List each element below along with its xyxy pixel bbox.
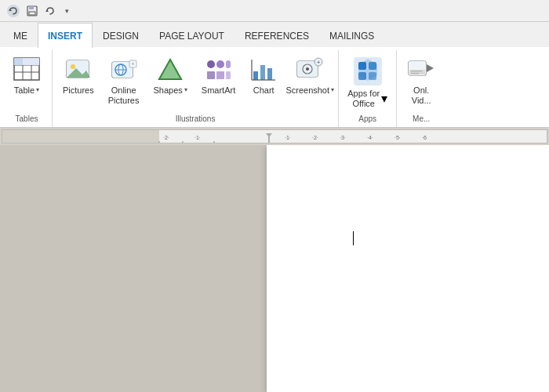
pictures-button-label: Pictures — [63, 85, 94, 96]
table-icon — [13, 56, 41, 84]
svg-rect-35 — [267, 68, 272, 80]
pictures-button[interactable]: Pictures — [57, 52, 100, 100]
tables-group-label: Tables — [16, 113, 38, 125]
screenshot-button-label: Screenshot — [285, 85, 329, 96]
svg-text:·1·: ·1· — [195, 135, 201, 140]
svg-rect-27 — [207, 60, 215, 68]
svg-marker-52 — [427, 64, 434, 72]
text-cursor — [353, 231, 354, 245]
document-page[interactable] — [267, 145, 549, 392]
svg-text:·6: ·6 — [422, 135, 427, 140]
svg-text:+: + — [131, 61, 134, 67]
svg-text:·3·: ·3· — [340, 135, 346, 140]
svg-rect-55 — [411, 73, 419, 74]
tab-design[interactable]: DESIGN — [93, 23, 149, 48]
svg-rect-49 — [369, 72, 376, 80]
tab-references[interactable]: REFERENCES — [235, 23, 319, 48]
svg-rect-29 — [226, 60, 231, 68]
ruler-area: ·2· ·1· ·1· ·2· ·3· ·4· ·5· ·6 — [0, 128, 549, 145]
app-icon — [6, 4, 20, 18]
svg-rect-31 — [216, 71, 224, 79]
apps-group-label: Apps — [358, 113, 376, 125]
chart-icon — [249, 56, 278, 84]
tab-page-layout[interactable]: PAGE LAYOUT — [149, 23, 235, 48]
tab-home[interactable]: ME — [3, 23, 38, 48]
illustrations-group-label: Illustrations — [176, 113, 216, 125]
svg-point-41 — [306, 67, 309, 71]
chart-button[interactable]: Chart — [244, 52, 283, 100]
tab-mailings[interactable]: MAILINGS — [319, 23, 384, 48]
svg-marker-26 — [159, 60, 181, 79]
svg-marker-5 — [45, 9, 49, 12]
chart-button-label: Chart — [253, 85, 274, 96]
svg-rect-33 — [253, 71, 258, 80]
ribbon-group-tables: Table ▾ Tables — [2, 50, 53, 127]
svg-text:·4·: ·4· — [367, 135, 373, 140]
shapes-button-label: Shapes — [154, 85, 183, 96]
ribbon-group-apps: Apps for Office ▾ Apps — [339, 50, 397, 127]
svg-text:·2·: ·2· — [163, 135, 169, 140]
screenshot-button[interactable]: + Screenshot ▾ — [286, 52, 333, 100]
ribbon-content: Table ▾ Tables Pictures — [0, 47, 549, 128]
svg-text:·2·: ·2· — [312, 135, 318, 140]
table-button-label: Table — [14, 85, 35, 96]
svg-rect-30 — [207, 71, 215, 79]
ribbon-group-illustrations: Pictures + Online Pictures — [53, 50, 339, 127]
title-bar: ▾ — [0, 0, 549, 22]
document-area — [0, 145, 549, 392]
svg-text:·5·: ·5· — [394, 135, 401, 140]
table-button[interactable]: Table ▾ — [6, 52, 47, 100]
shapes-icon — [156, 56, 184, 84]
apps-for-office-button[interactable]: Apps for Office ▾ — [344, 52, 391, 113]
shapes-dropdown-arrow: ▾ — [184, 87, 187, 93]
ribbon-group-media: Onl. Vid... Me... — [397, 50, 445, 127]
apps-for-office-label: Apps for Office — [347, 89, 380, 109]
svg-rect-32 — [226, 71, 231, 79]
ribbon-tab-bar: ME INSERT DESIGN PAGE LAYOUT REFERENCES … — [0, 22, 549, 47]
svg-rect-34 — [260, 65, 265, 80]
smartart-icon — [205, 56, 233, 84]
tab-insert[interactable]: INSERT — [38, 23, 93, 48]
online-video-button[interactable]: Onl. Vid... — [402, 52, 441, 110]
svg-rect-11 — [14, 58, 23, 65]
svg-rect-13 — [31, 58, 39, 65]
smartart-button-label: SmartArt — [202, 85, 235, 96]
svg-point-16 — [71, 64, 75, 69]
svg-marker-62 — [266, 133, 272, 137]
svg-rect-3 — [29, 6, 34, 9]
svg-text:+: + — [317, 59, 321, 66]
online-pictures-icon: + — [110, 56, 138, 84]
svg-rect-48 — [358, 72, 366, 80]
svg-rect-54 — [411, 71, 422, 72]
smartart-button[interactable]: SmartArt — [196, 52, 241, 100]
ruler: ·2· ·1· ·1· ·2· ·3· ·4· ·5· ·6 — [2, 129, 547, 143]
pictures-icon — [64, 56, 93, 84]
svg-rect-46 — [358, 62, 366, 70]
video-icon — [407, 56, 435, 84]
apps-dropdown-arrow: ▾ — [381, 91, 387, 106]
media-group-label: Me... — [413, 113, 430, 125]
screenshot-icon: + — [296, 56, 324, 84]
svg-rect-12 — [23, 58, 31, 65]
apps-office-icon — [352, 56, 384, 87]
svg-rect-28 — [216, 60, 224, 68]
online-pictures-button[interactable]: + Online Pictures — [103, 52, 145, 110]
svg-rect-47 — [369, 62, 376, 70]
customize-qat-button[interactable]: ▾ — [60, 4, 74, 18]
undo-qat-button[interactable] — [42, 4, 56, 18]
document-content[interactable] — [267, 145, 549, 392]
svg-rect-4 — [29, 12, 35, 15]
quick-access-toolbar: ▾ — [25, 4, 74, 18]
online-video-label: Onl. Vid... — [412, 85, 431, 106]
svg-text:·1·: ·1· — [285, 135, 291, 140]
online-pictures-button-label: Online Pictures — [108, 85, 140, 106]
screenshot-dropdown-arrow: ▾ — [331, 87, 334, 93]
table-dropdown-arrow: ▾ — [36, 87, 39, 93]
shapes-button[interactable]: Shapes ▾ — [148, 52, 193, 100]
save-qat-button[interactable] — [25, 4, 39, 18]
left-margin-area — [0, 145, 267, 392]
